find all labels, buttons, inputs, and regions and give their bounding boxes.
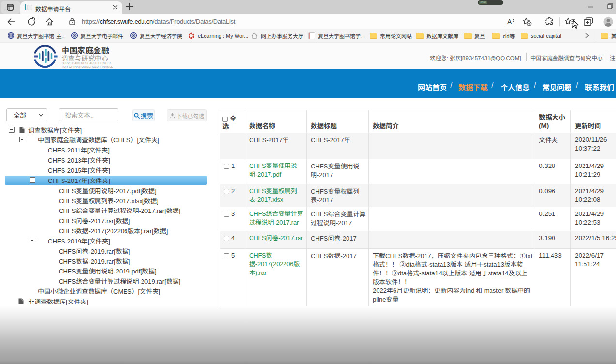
svg-text:A: A [507,18,512,26]
